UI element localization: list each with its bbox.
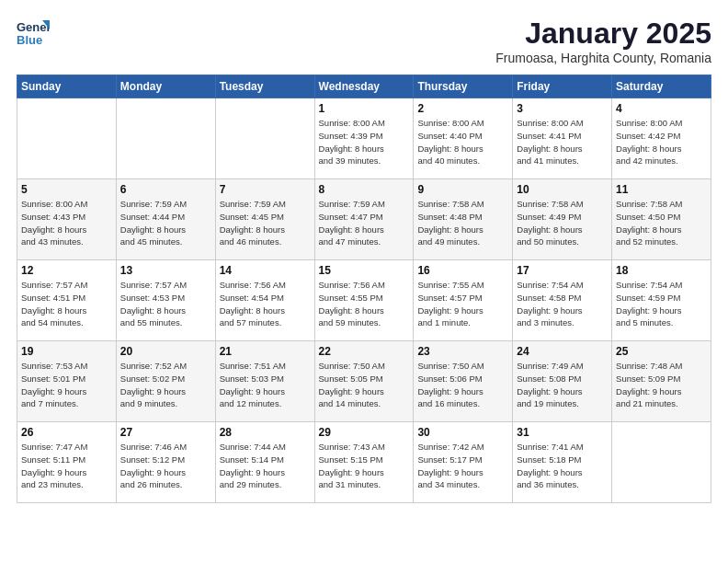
day-info: Sunrise: 7:44 AM Sunset: 5:14 PM Dayligh… bbox=[220, 441, 311, 491]
day-info: Sunrise: 7:57 AM Sunset: 4:51 PM Dayligh… bbox=[21, 279, 112, 329]
page-title: January 2025 bbox=[495, 17, 711, 51]
table-row: 9Sunrise: 7:58 AM Sunset: 4:48 PM Daylig… bbox=[414, 179, 513, 260]
table-row: 16Sunrise: 7:55 AM Sunset: 4:57 PM Dayli… bbox=[414, 260, 513, 341]
table-row: 12Sunrise: 7:57 AM Sunset: 4:51 PM Dayli… bbox=[17, 260, 117, 341]
day-number: 12 bbox=[21, 264, 112, 277]
calendar-week-row: 12Sunrise: 7:57 AM Sunset: 4:51 PM Dayli… bbox=[17, 260, 711, 341]
day-number: 23 bbox=[417, 345, 508, 358]
day-number: 24 bbox=[517, 345, 608, 358]
col-monday: Monday bbox=[116, 75, 215, 98]
day-number: 20 bbox=[120, 345, 211, 358]
title-block: January 2025 Frumoasa, Harghita County, … bbox=[495, 17, 711, 65]
day-number: 21 bbox=[220, 345, 311, 358]
day-number: 2 bbox=[417, 102, 508, 115]
day-info: Sunrise: 7:50 AM Sunset: 5:06 PM Dayligh… bbox=[417, 360, 508, 410]
logo-icon: General Blue bbox=[17, 17, 50, 50]
col-sunday: Sunday bbox=[17, 75, 117, 98]
day-number: 13 bbox=[120, 264, 211, 277]
table-row bbox=[116, 98, 215, 179]
day-number: 29 bbox=[319, 426, 410, 439]
day-number: 19 bbox=[21, 345, 112, 358]
table-row: 1Sunrise: 8:00 AM Sunset: 4:39 PM Daylig… bbox=[314, 98, 414, 179]
day-info: Sunrise: 7:50 AM Sunset: 5:05 PM Dayligh… bbox=[319, 360, 410, 410]
table-row: 31Sunrise: 7:41 AM Sunset: 5:18 PM Dayli… bbox=[513, 422, 612, 503]
day-number: 27 bbox=[120, 426, 211, 439]
day-number: 25 bbox=[616, 345, 707, 358]
day-number: 22 bbox=[319, 345, 410, 358]
calendar-week-row: 19Sunrise: 7:53 AM Sunset: 5:01 PM Dayli… bbox=[17, 341, 711, 422]
table-row: 18Sunrise: 7:54 AM Sunset: 4:59 PM Dayli… bbox=[612, 260, 711, 341]
day-info: Sunrise: 8:00 AM Sunset: 4:39 PM Dayligh… bbox=[319, 117, 410, 167]
day-number: 9 bbox=[417, 183, 508, 196]
day-number: 14 bbox=[220, 264, 311, 277]
table-row: 3Sunrise: 8:00 AM Sunset: 4:41 PM Daylig… bbox=[513, 98, 612, 179]
day-number: 1 bbox=[319, 102, 410, 115]
day-info: Sunrise: 7:47 AM Sunset: 5:11 PM Dayligh… bbox=[21, 441, 112, 491]
table-row: 25Sunrise: 7:48 AM Sunset: 5:09 PM Dayli… bbox=[612, 341, 711, 422]
table-row: 20Sunrise: 7:52 AM Sunset: 5:02 PM Dayli… bbox=[116, 341, 215, 422]
day-info: Sunrise: 8:00 AM Sunset: 4:41 PM Dayligh… bbox=[517, 117, 608, 167]
day-info: Sunrise: 7:56 AM Sunset: 4:54 PM Dayligh… bbox=[220, 279, 311, 329]
calendar-week-row: 5Sunrise: 8:00 AM Sunset: 4:43 PM Daylig… bbox=[17, 179, 711, 260]
table-row: 26Sunrise: 7:47 AM Sunset: 5:11 PM Dayli… bbox=[17, 422, 117, 503]
table-row: 30Sunrise: 7:42 AM Sunset: 5:17 PM Dayli… bbox=[414, 422, 513, 503]
table-row: 14Sunrise: 7:56 AM Sunset: 4:54 PM Dayli… bbox=[215, 260, 314, 341]
day-info: Sunrise: 7:48 AM Sunset: 5:09 PM Dayligh… bbox=[616, 360, 707, 410]
day-info: Sunrise: 7:56 AM Sunset: 4:55 PM Dayligh… bbox=[319, 279, 410, 329]
day-info: Sunrise: 7:52 AM Sunset: 5:02 PM Dayligh… bbox=[120, 360, 211, 410]
table-row: 15Sunrise: 7:56 AM Sunset: 4:55 PM Dayli… bbox=[314, 260, 414, 341]
col-friday: Friday bbox=[513, 75, 612, 98]
day-info: Sunrise: 7:54 AM Sunset: 4:58 PM Dayligh… bbox=[517, 279, 608, 329]
day-info: Sunrise: 7:41 AM Sunset: 5:18 PM Dayligh… bbox=[517, 441, 608, 491]
table-row: 29Sunrise: 7:43 AM Sunset: 5:15 PM Dayli… bbox=[314, 422, 414, 503]
table-row bbox=[17, 98, 117, 179]
table-row bbox=[215, 98, 314, 179]
table-row: 5Sunrise: 8:00 AM Sunset: 4:43 PM Daylig… bbox=[17, 179, 117, 260]
day-info: Sunrise: 7:49 AM Sunset: 5:08 PM Dayligh… bbox=[517, 360, 608, 410]
col-thursday: Thursday bbox=[414, 75, 513, 98]
day-number: 16 bbox=[417, 264, 508, 277]
table-row bbox=[612, 422, 711, 503]
table-row: 2Sunrise: 8:00 AM Sunset: 4:40 PM Daylig… bbox=[414, 98, 513, 179]
day-number: 30 bbox=[417, 426, 508, 439]
day-number: 28 bbox=[220, 426, 311, 439]
table-row: 10Sunrise: 7:58 AM Sunset: 4:49 PM Dayli… bbox=[513, 179, 612, 260]
day-info: Sunrise: 7:51 AM Sunset: 5:03 PM Dayligh… bbox=[220, 360, 311, 410]
day-number: 11 bbox=[616, 183, 707, 196]
table-row: 4Sunrise: 8:00 AM Sunset: 4:42 PM Daylig… bbox=[612, 98, 711, 179]
day-info: Sunrise: 7:58 AM Sunset: 4:49 PM Dayligh… bbox=[517, 198, 608, 248]
table-row: 28Sunrise: 7:44 AM Sunset: 5:14 PM Dayli… bbox=[215, 422, 314, 503]
logo: General Blue bbox=[17, 17, 50, 50]
table-row: 8Sunrise: 7:59 AM Sunset: 4:47 PM Daylig… bbox=[314, 179, 414, 260]
header: General Blue January 2025 Frumoasa, Harg… bbox=[17, 17, 711, 65]
calendar-header-row: Sunday Monday Tuesday Wednesday Thursday… bbox=[17, 75, 711, 98]
table-row: 19Sunrise: 7:53 AM Sunset: 5:01 PM Dayli… bbox=[17, 341, 117, 422]
day-number: 17 bbox=[517, 264, 608, 277]
day-info: Sunrise: 7:59 AM Sunset: 4:47 PM Dayligh… bbox=[319, 198, 410, 248]
table-row: 6Sunrise: 7:59 AM Sunset: 4:44 PM Daylig… bbox=[116, 179, 215, 260]
day-number: 31 bbox=[517, 426, 608, 439]
table-row: 11Sunrise: 7:58 AM Sunset: 4:50 PM Dayli… bbox=[612, 179, 711, 260]
table-row: 13Sunrise: 7:57 AM Sunset: 4:53 PM Dayli… bbox=[116, 260, 215, 341]
day-number: 10 bbox=[517, 183, 608, 196]
day-number: 15 bbox=[319, 264, 410, 277]
col-saturday: Saturday bbox=[612, 75, 711, 98]
day-number: 4 bbox=[616, 102, 707, 115]
page-subtitle: Frumoasa, Harghita County, Romania bbox=[495, 51, 711, 65]
day-info: Sunrise: 7:59 AM Sunset: 4:45 PM Dayligh… bbox=[220, 198, 311, 248]
day-number: 5 bbox=[21, 183, 112, 196]
day-number: 18 bbox=[616, 264, 707, 277]
day-info: Sunrise: 7:58 AM Sunset: 4:48 PM Dayligh… bbox=[417, 198, 508, 248]
table-row: 22Sunrise: 7:50 AM Sunset: 5:05 PM Dayli… bbox=[314, 341, 414, 422]
table-row: 17Sunrise: 7:54 AM Sunset: 4:58 PM Dayli… bbox=[513, 260, 612, 341]
day-info: Sunrise: 7:55 AM Sunset: 4:57 PM Dayligh… bbox=[417, 279, 508, 329]
day-info: Sunrise: 7:46 AM Sunset: 5:12 PM Dayligh… bbox=[120, 441, 211, 491]
table-row: 7Sunrise: 7:59 AM Sunset: 4:45 PM Daylig… bbox=[215, 179, 314, 260]
day-info: Sunrise: 8:00 AM Sunset: 4:42 PM Dayligh… bbox=[616, 117, 707, 167]
day-number: 26 bbox=[21, 426, 112, 439]
table-row: 21Sunrise: 7:51 AM Sunset: 5:03 PM Dayli… bbox=[215, 341, 314, 422]
day-info: Sunrise: 8:00 AM Sunset: 4:40 PM Dayligh… bbox=[417, 117, 508, 167]
table-row: 27Sunrise: 7:46 AM Sunset: 5:12 PM Dayli… bbox=[116, 422, 215, 503]
day-info: Sunrise: 7:54 AM Sunset: 4:59 PM Dayligh… bbox=[616, 279, 707, 329]
day-number: 8 bbox=[319, 183, 410, 196]
